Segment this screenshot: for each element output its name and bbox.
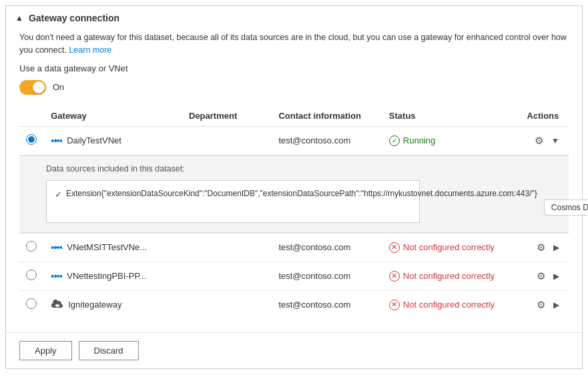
svg-marker-14 [56,274,59,278]
expand-button-msit[interactable]: ▶ [551,242,562,254]
footer-buttons: Apply Discard [6,332,582,368]
row-actions-pbi: ⚙ ▶ [521,262,569,290]
col-header-contact: Contact information [272,105,382,127]
ds-check-icon: ✓ [55,188,62,202]
row-actions-msit: ⚙ ▶ [521,233,569,262]
expand-button-ignite[interactable]: ▶ [551,299,562,311]
table-row: DailyTestVNet test@contoso.com ✓ Running [19,126,569,155]
cloud-icon-ignite [51,299,64,311]
actions-cell-daily: ⚙ ▼ [527,133,562,148]
row-radio-ignite[interactable] [26,298,37,309]
gateway-table: Gateway Department Contact information S… [19,105,569,319]
apply-button[interactable]: Apply [19,341,72,360]
col-header-dept: Department [182,105,272,127]
discard-button[interactable]: Discard [79,341,139,360]
expanded-row-daily: Data sources included in this dataset: ✓… [19,155,569,233]
gear-button-ignite[interactable]: ⚙ [534,298,548,312]
svg-rect-0 [51,139,53,142]
row-dept-pbi [182,262,272,290]
gateway-name-wrapper-ignite: Ignitegateway [51,299,176,311]
svg-marker-9 [56,246,59,250]
panel-body: You don't need a gateway for this datase… [6,29,582,330]
learn-more-link[interactable]: Learn more [69,45,111,55]
gear-button-daily[interactable]: ⚙ [532,133,546,148]
col-header-radio [19,105,44,127]
row-gateway-name-cell: DailyTestVNet [44,126,182,155]
status-err-icon-pbi: ✕ [389,271,400,282]
status-err-icon-msit: ✕ [389,242,400,253]
maps-to-section: Maps to: Cosmos DB Azure SQL SharePoint [537,187,588,216]
status-running-badge: ✓ Running [389,135,514,146]
row-dept-ignite [182,290,272,319]
svg-rect-1 [60,139,62,142]
col-header-gateway: Gateway [44,105,182,127]
gear-button-pbi[interactable]: ⚙ [534,269,548,284]
panel-title: Gateway connection [29,13,119,23]
expand-button-daily[interactable]: ▼ [549,135,562,147]
actions-cell-pbi: ⚙ ▶ [527,269,562,284]
row-gateway-name-cell-pbi: VNettestingPBI-PP... [44,262,182,290]
datasource-section-title: Data sources included in this dataset: [46,164,558,173]
datasource-box: ✓ Extension{"extensionDataSourceKind":"D… [46,180,420,223]
table-row: Ignitegateway test@contoso.com ✕ Not con… [19,290,569,319]
status-error-badge-pbi: ✕ Not configured correctly [389,271,514,282]
row-radio-cell-msit [19,233,44,262]
row-status-daily: ✓ Running [382,126,521,155]
row-radio-cell [19,126,44,155]
gateway-vnet-label: Use a data gateway or VNet [19,63,569,73]
status-error-badge-ignite: ✕ Not configured correctly [389,300,514,310]
col-header-actions: Actions [521,105,569,127]
vnet-icon [51,136,63,145]
row-contact-daily: test@contoso.com [272,126,382,155]
info-text: You don't need a gateway for this datase… [19,31,569,57]
table-row: VNetMSITTestVNe... test@contoso.com ✕ No… [19,233,569,262]
toggle-row: On [19,80,569,95]
row-radio-daily[interactable] [26,134,37,145]
collapse-icon[interactable]: ▲ [15,13,23,23]
panel-header: ▲ Gateway connection [6,6,582,29]
gateway-connection-panel: ▲ Gateway connection You don't need a ga… [5,5,583,369]
svg-rect-10 [51,275,53,278]
table-row: VNettestingPBI-PP... test@contoso.com ✕ … [19,262,569,290]
status-err-icon-ignite: ✕ [389,300,400,310]
maps-to-select[interactable]: Cosmos DB Azure SQL SharePoint [544,200,588,216]
row-actions-ignite: ⚙ ▶ [521,290,569,319]
row-gateway-name-cell-ignite: Ignitegateway [44,290,182,319]
gateway-name-pbi: VNettestingPBI-PP... [67,271,146,281]
toggle-state-label: On [53,82,64,92]
row-radio-cell-ignite [19,290,44,319]
gateway-name-wrapper-pbi: VNettestingPBI-PP... [51,271,176,281]
vnet-icon-msit [51,243,63,252]
row-radio-pbi[interactable] [26,270,37,280]
gateway-toggle[interactable] [19,80,46,95]
actions-cell-msit: ⚙ ▶ [527,240,562,255]
row-status-ignite: ✕ Not configured correctly [382,290,521,319]
gateway-name-ignite: Ignitegateway [68,300,121,310]
actions-cell-ignite: ⚙ ▶ [527,298,562,312]
svg-rect-5 [51,246,53,249]
svg-rect-11 [60,275,62,278]
gateway-name-wrapper-msit: VNetMSITTestVNe... [51,242,176,252]
row-gateway-name-cell-msit: VNetMSITTestVNe... [44,233,182,262]
gateway-name-msit: VNetMSITTestVNe... [67,242,147,252]
gateway-name-daily: DailyTestVNet [67,135,121,145]
row-status-msit: ✕ Not configured correctly [382,233,521,262]
row-radio-cell-pbi [19,262,44,290]
col-header-status: Status [382,105,521,127]
row-contact-pbi: test@contoso.com [272,262,382,290]
expanded-content-daily: Data sources included in this dataset: ✓… [19,155,569,233]
status-error-badge-msit: ✕ Not configured correctly [389,242,514,253]
row-dept-daily [182,126,272,155]
datasource-text: ✓ Extension{"extensionDataSourceKind":"D… [55,187,537,202]
expand-button-pbi[interactable]: ▶ [551,270,562,282]
gear-button-msit[interactable]: ⚙ [534,240,548,255]
row-contact-ignite: test@contoso.com [272,290,382,319]
vnet-icon-pbi [51,272,63,281]
expanded-cell-daily: Data sources included in this dataset: ✓… [19,155,569,233]
svg-marker-4 [56,139,59,143]
status-ok-icon: ✓ [389,135,400,146]
row-contact-msit: test@contoso.com [272,233,382,262]
row-radio-msit[interactable] [26,241,37,252]
row-dept-msit [182,233,272,262]
row-status-pbi: ✕ Not configured correctly [382,262,521,290]
